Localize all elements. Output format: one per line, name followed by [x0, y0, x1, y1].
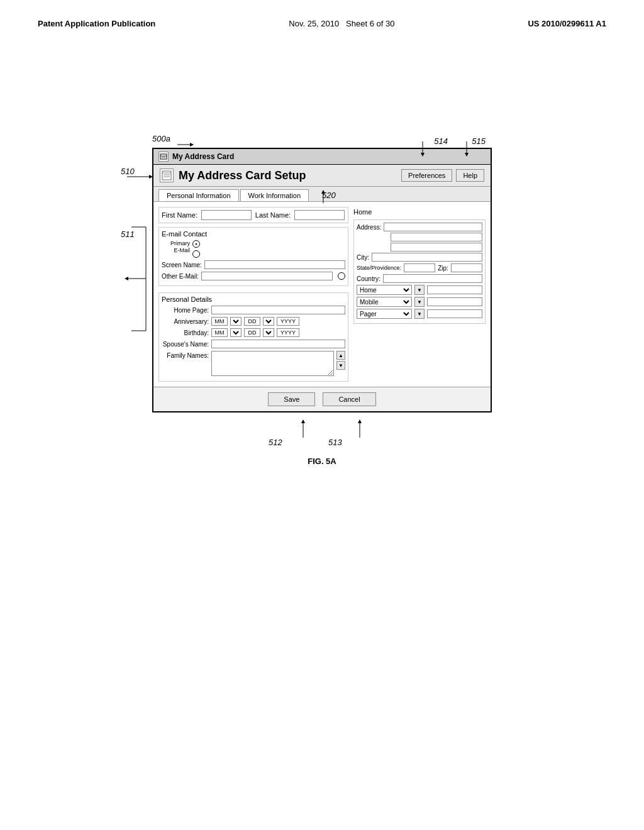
- arrow-512: [294, 420, 313, 439]
- other-email-label: Other E-Mail:: [162, 273, 199, 280]
- email-radio-filled: [192, 240, 200, 248]
- arrow-514: [413, 141, 432, 157]
- birthday-mm-select[interactable]: ▼: [230, 328, 242, 337]
- zip-input[interactable]: [451, 263, 482, 272]
- tab-work-information[interactable]: Work Information: [240, 189, 309, 201]
- save-button[interactable]: Save: [268, 392, 315, 406]
- anniversary-mm-select[interactable]: ▼: [230, 317, 242, 326]
- birthday-dd-select[interactable]: ▼: [263, 328, 274, 337]
- window-wrapper: 500a 510 511 514 515 520: [152, 148, 492, 412]
- family-names-label: Family Names:: [162, 351, 209, 359]
- email-options: [192, 240, 200, 258]
- last-name-input[interactable]: [294, 210, 345, 220]
- radio-other-email[interactable]: [338, 272, 345, 280]
- city-input[interactable]: [372, 253, 482, 262]
- address-row-2: [357, 233, 482, 241]
- help-button[interactable]: Help: [456, 169, 484, 182]
- arrow-520: [323, 191, 342, 209]
- svg-rect-18: [162, 171, 171, 180]
- radio-primary-filled[interactable]: [192, 240, 200, 248]
- address-card-icon: [160, 153, 167, 160]
- label-514: 514: [434, 136, 448, 146]
- pager-select[interactable]: Pager: [357, 309, 412, 319]
- state-input[interactable]: [404, 263, 435, 272]
- state-label: State/Providence:: [357, 265, 401, 271]
- state-zip-row: State/Providence: Zip:: [357, 263, 482, 272]
- birthday-dd-input[interactable]: [244, 328, 260, 337]
- screen-name-row: Screen Name:: [162, 260, 345, 269]
- home-phone-row: Home ▼: [357, 285, 482, 295]
- mobile-phone-input[interactable]: [427, 297, 482, 306]
- cancel-button[interactable]: Cancel: [323, 392, 375, 406]
- home-phone-select[interactable]: Home: [357, 285, 412, 295]
- city-row: City:: [357, 253, 482, 262]
- svg-marker-12: [421, 153, 425, 157]
- address-input-1[interactable]: [384, 223, 482, 231]
- arrow-513: [350, 420, 369, 439]
- tab-personal-information[interactable]: Personal Information: [158, 189, 239, 201]
- other-email-row: Other E-Mail:: [162, 272, 345, 280]
- birthday-label: Birthday:: [162, 329, 209, 336]
- address-input-3[interactable]: [391, 243, 482, 252]
- other-email-input[interactable]: [201, 272, 333, 280]
- scroll-down-btn[interactable]: ▼: [336, 361, 345, 370]
- svg-marker-3: [149, 175, 153, 179]
- patent-center-text: Nov. 25, 2010 Sheet 6 of 30: [289, 19, 394, 28]
- scroll-up-btn[interactable]: ▲: [336, 351, 345, 360]
- home-phone-input[interactable]: [427, 285, 482, 294]
- first-name-label: First Name:: [162, 211, 197, 219]
- pager-dropdown[interactable]: ▼: [414, 309, 425, 319]
- birthday-row: Birthday: ▼ ▼: [162, 328, 345, 337]
- label-513: 513: [328, 438, 342, 447]
- country-label: Country:: [357, 275, 380, 282]
- anniversary-row: Anniversary: ▼ ▼: [162, 317, 345, 326]
- pager-input[interactable]: [427, 309, 482, 318]
- title-bar-text: My Address Card: [172, 152, 234, 161]
- mobile-phone-row: Mobile ▼: [357, 297, 482, 307]
- email-contact-title: E-mail Contact: [162, 230, 345, 238]
- email-left: PrimaryE-Mail: [162, 240, 345, 260]
- preferences-button[interactable]: Preferences: [401, 169, 452, 182]
- anniversary-dd-input[interactable]: [244, 317, 260, 326]
- birthday-yyyy-input[interactable]: [277, 328, 299, 337]
- left-panel: First Name: Last Name: E-mail Contact: [158, 207, 348, 382]
- page-container: Patent Application Publication Nov. 25, …: [0, 0, 644, 830]
- mobile-phone-select[interactable]: Mobile: [357, 297, 412, 307]
- home-page-row: Home Page:: [162, 306, 345, 314]
- city-label: City:: [357, 254, 369, 261]
- app-window: My Address Card My Addres: [152, 148, 492, 412]
- last-name-label: Last Name:: [255, 211, 291, 219]
- address-block: Address:: [353, 219, 486, 324]
- address-row-1: Address:: [357, 223, 482, 231]
- anniversary-dd-select[interactable]: ▼: [263, 317, 274, 326]
- svg-marker-23: [301, 419, 305, 423]
- first-name-input[interactable]: [201, 210, 252, 220]
- screen-name-input[interactable]: [204, 260, 345, 269]
- anniversary-mm-input[interactable]: [211, 317, 228, 326]
- address-input-2[interactable]: [391, 233, 482, 241]
- birthday-mm-input[interactable]: [211, 328, 228, 337]
- name-row: First Name: Last Name:: [158, 207, 348, 223]
- pager-row: Pager ▼: [357, 309, 482, 319]
- bottom-bar: Save Cancel: [153, 387, 491, 411]
- mobile-phone-dropdown[interactable]: ▼: [414, 297, 425, 307]
- title-bar: My Address Card: [153, 149, 491, 165]
- patent-header: Patent Application Publication Nov. 25, …: [0, 0, 644, 35]
- anniversary-yyyy-input[interactable]: [277, 317, 299, 326]
- arrow-500a: [177, 138, 196, 151]
- toolbar-left: My Address Card Setup: [160, 169, 306, 182]
- svg-rect-15: [160, 154, 167, 159]
- spouses-name-input[interactable]: [211, 340, 345, 348]
- country-input[interactable]: [383, 274, 482, 283]
- family-names-textarea[interactable]: [211, 351, 334, 376]
- diagram-area: 500a 510 511 514 515 520: [0, 35, 644, 466]
- home-phone-dropdown[interactable]: ▼: [414, 285, 425, 295]
- arrow-510: [127, 172, 158, 181]
- toolbar: My Address Card Setup Preferences Help: [153, 165, 491, 187]
- family-names-row: Family Names: ▲ ▼: [162, 351, 345, 376]
- radio-primary-empty[interactable]: [192, 250, 200, 258]
- label-512: 512: [269, 438, 282, 447]
- svg-marker-14: [465, 153, 469, 157]
- home-page-input[interactable]: [211, 306, 345, 314]
- label-500a: 500a: [152, 134, 170, 143]
